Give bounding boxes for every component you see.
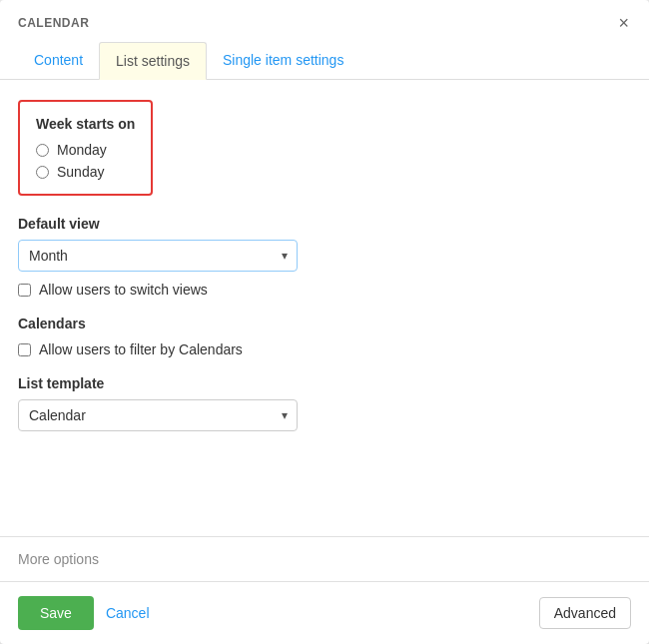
filter-calendars-checkbox[interactable] <box>18 343 31 356</box>
modal-container: CALENDAR × Content List settings Single … <box>0 0 649 644</box>
cancel-button[interactable]: Cancel <box>106 605 150 621</box>
calendars-filter-row: Allow users to filter by Calendars <box>18 341 631 357</box>
calendars-title: Calendars <box>18 316 631 331</box>
tabs-bar: Content List settings Single item settin… <box>0 42 649 80</box>
more-options-section: More options <box>0 536 649 581</box>
default-view-group: Default view Month Week Day List ▾ Allow… <box>18 216 631 298</box>
tab-list-settings[interactable]: List settings <box>99 42 207 80</box>
modal-body: Week starts on Monday Sunday Default vie… <box>0 80 649 536</box>
allow-switch-checkbox[interactable] <box>18 284 31 297</box>
tab-single-item-settings[interactable]: Single item settings <box>207 42 359 80</box>
radio-sunday: Sunday <box>36 164 135 180</box>
default-view-select-wrapper: Month Week Day List ▾ <box>18 240 298 272</box>
radio-sunday-label[interactable]: Sunday <box>57 164 104 180</box>
modal-header: CALENDAR × <box>0 0 649 42</box>
filter-calendars-label[interactable]: Allow users to filter by Calendars <box>39 341 243 357</box>
list-template-select-wrapper: Calendar List Grid ▾ <box>18 399 298 431</box>
list-template-select[interactable]: Calendar List Grid <box>18 399 298 431</box>
allow-switch-row: Allow users to switch views <box>18 282 631 298</box>
list-template-label: List template <box>18 375 631 391</box>
default-view-select[interactable]: Month Week Day List <box>18 240 298 272</box>
default-view-label: Default view <box>18 216 631 232</box>
radio-monday: Monday <box>36 142 135 158</box>
advanced-button[interactable]: Advanced <box>539 597 631 629</box>
modal-title: CALENDAR <box>18 16 89 30</box>
list-template-group: List template Calendar List Grid ▾ <box>18 375 631 431</box>
calendars-group: Calendars Allow users to filter by Calen… <box>18 316 631 357</box>
save-button[interactable]: Save <box>18 596 94 630</box>
allow-switch-label[interactable]: Allow users to switch views <box>39 282 208 298</box>
week-starts-title: Week starts on <box>36 116 135 132</box>
radio-sunday-input[interactable] <box>36 166 49 179</box>
more-options-label: More options <box>18 551 99 567</box>
radio-monday-input[interactable] <box>36 144 49 157</box>
close-button[interactable]: × <box>616 14 631 32</box>
modal-footer: Save Cancel Advanced <box>0 581 649 644</box>
tab-content[interactable]: Content <box>18 42 99 80</box>
radio-monday-label[interactable]: Monday <box>57 142 107 158</box>
week-starts-section: Week starts on Monday Sunday <box>18 100 153 196</box>
